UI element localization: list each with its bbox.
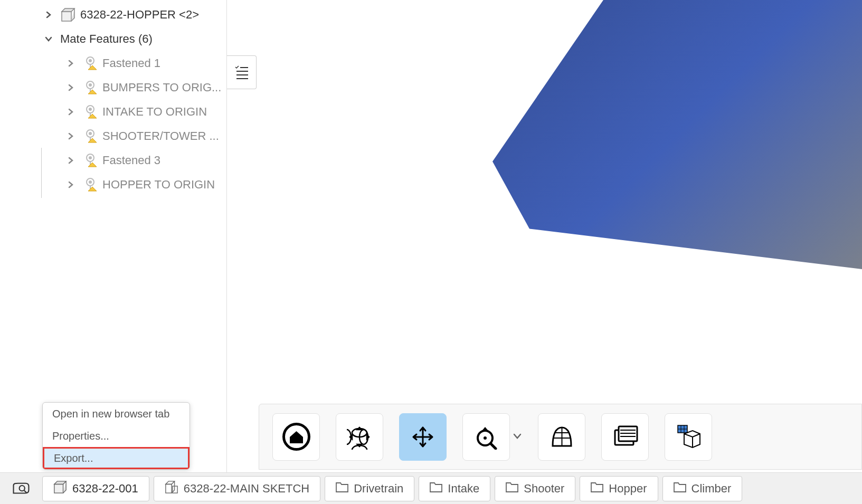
tab-label: Shooter: [524, 482, 564, 496]
rotate-button[interactable]: [336, 413, 383, 461]
mate-item[interactable]: BUMPERS TO ORIG...: [59, 75, 226, 100]
view-toolbar: [259, 404, 862, 470]
mate-label: BUMPERS TO ORIG...: [102, 81, 221, 94]
svg-point-29: [20, 486, 25, 491]
search-button[interactable]: [0, 473, 42, 504]
tab-hopper[interactable]: Hopper: [580, 476, 658, 501]
tab-shooter[interactable]: Shooter: [495, 476, 575, 501]
folder-icon: [506, 482, 518, 496]
tree-folder-label: Mate Features (6): [60, 32, 153, 46]
mate-item[interactable]: Fastened 1: [59, 51, 226, 75]
mate-label: SHOOTER/TOWER ...: [102, 129, 219, 143]
chevron-down-icon: [513, 431, 522, 441]
tree-children: Fastened 1 BUMPERS TO ORIG... INTAKE TO …: [59, 51, 226, 197]
section-icon: [547, 422, 576, 451]
assembly-icon: [60, 7, 76, 22]
list-check-icon: [234, 64, 250, 80]
tab-label: Hopper: [609, 482, 647, 496]
tab-label: Intake: [448, 482, 479, 496]
tab-label: 6328-22-MAIN SKETCH: [184, 482, 309, 496]
tab-label: Climber: [692, 482, 732, 496]
find-icon: [12, 482, 30, 496]
folder-icon: [591, 482, 603, 496]
mate-label: Fastened 3: [102, 154, 160, 167]
mate-label: Fastened 1: [102, 56, 160, 70]
tab-context-menu: Open in new browser tab Properties... Ex…: [42, 402, 190, 470]
menu-open-new-tab[interactable]: Open in new browser tab: [43, 403, 190, 425]
tab-assembly[interactable]: 6328-22-001: [42, 476, 149, 501]
tree-folder-mates[interactable]: Mate Features (6): [37, 27, 226, 51]
chevron-right-icon: [64, 108, 77, 116]
assembly-icon: [53, 480, 67, 497]
home-icon: [282, 422, 311, 451]
iso-view-button[interactable]: [665, 413, 712, 461]
mate-warning-icon: [82, 177, 98, 192]
chevron-right-icon: [64, 132, 77, 140]
zoom-icon: [473, 424, 499, 450]
svg-point-8: [89, 132, 92, 135]
panel-toggle-button[interactable]: [227, 55, 257, 89]
svg-point-2: [89, 59, 92, 62]
svg-point-19: [484, 436, 487, 440]
mate-warning-icon: [82, 153, 98, 168]
chevron-right-icon: [64, 83, 77, 92]
tree-item-hopper[interactable]: 6328-22-HOPPER <2>: [37, 3, 226, 27]
display-icon: [611, 422, 640, 451]
home-view-button[interactable]: [272, 413, 320, 461]
mate-label: INTAKE TO ORIGIN: [102, 105, 207, 119]
svg-point-10: [89, 156, 92, 159]
mate-item[interactable]: Fastened 3: [59, 148, 226, 173]
chevron-right-icon: [64, 59, 77, 68]
mate-item[interactable]: INTAKE TO ORIGIN: [59, 100, 226, 124]
tree-end-line: [41, 148, 42, 198]
section-view-button[interactable]: [538, 413, 585, 461]
mate-item[interactable]: HOPPER TO ORIGIN: [59, 173, 226, 197]
tab-label: 6328-22-001: [72, 482, 138, 496]
menu-properties[interactable]: Properties...: [43, 425, 190, 447]
zoom-dropdown[interactable]: [513, 431, 522, 443]
chevron-right-icon: [42, 11, 55, 19]
chevron-right-icon: [64, 180, 77, 189]
folder-icon: [336, 482, 348, 496]
tree-item-label: 6328-22-HOPPER <2>: [80, 8, 199, 22]
folder-icon: [674, 482, 686, 496]
svg-point-12: [89, 180, 92, 184]
tab-intake[interactable]: Intake: [419, 476, 490, 501]
mate-warning-icon: [82, 129, 98, 144]
chevron-right-icon: [64, 156, 77, 165]
mate-warning-icon: [82, 56, 98, 71]
mate-label: HOPPER TO ORIGIN: [102, 178, 215, 192]
mate-warning-icon: [82, 104, 98, 119]
rotate-icon: [347, 424, 372, 450]
tab-climber[interactable]: Climber: [662, 476, 743, 501]
menu-export[interactable]: Export...: [43, 447, 190, 469]
svg-rect-0: [62, 12, 71, 21]
tab-sketch[interactable]: 6328-22-MAIN SKETCH: [154, 476, 320, 501]
svg-point-4: [89, 83, 92, 87]
3d-viewport[interactable]: [227, 0, 862, 472]
mate-item[interactable]: SHOOTER/TOWER ...: [59, 124, 226, 148]
pan-icon: [410, 424, 435, 450]
folder-icon: [430, 482, 442, 496]
svg-point-6: [89, 108, 92, 111]
tab-label: Drivetrain: [354, 482, 403, 496]
chevron-down-icon: [42, 35, 55, 43]
zoom-button[interactable]: [462, 413, 510, 461]
svg-rect-30: [54, 484, 63, 493]
pan-button[interactable]: [399, 413, 447, 461]
mate-warning-icon: [82, 80, 98, 95]
iso-cube-icon: [675, 423, 702, 451]
part-icon: [165, 480, 178, 497]
tab-drivetrain[interactable]: Drivetrain: [325, 476, 414, 501]
tabs-bar: 6328-22-001 6328-22-MAIN SKETCH Drivetra…: [0, 472, 862, 504]
robot-model: [492, 0, 862, 269]
svg-rect-32: [173, 486, 177, 493]
svg-rect-31: [166, 484, 172, 493]
display-style-button[interactable]: [601, 413, 649, 461]
